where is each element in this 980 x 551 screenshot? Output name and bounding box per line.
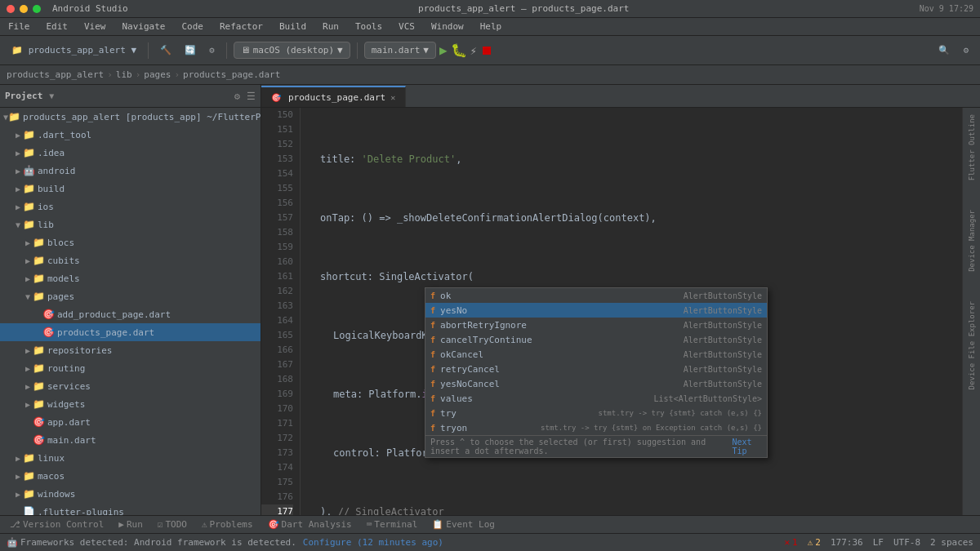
debug-button[interactable]: 🐛 (451, 42, 467, 58)
device-file-explorer-panel[interactable]: Device File Explorer (968, 301, 976, 389)
status-bar: 🤖 Frameworks detected: Android framework… (0, 533, 980, 551)
sidebar-item-root[interactable]: ▼ 📁 products_app_alert [products_app] ~/… (0, 108, 261, 126)
dart-icon: 🎯 (42, 327, 55, 338)
breadcrumb-lib[interactable]: lib (116, 69, 132, 80)
menu-file[interactable]: File (5, 20, 33, 33)
run-config-selector[interactable]: main.dart ▼ (364, 42, 436, 59)
menu-vcs[interactable]: VCS (395, 20, 418, 33)
tree-arrow: ▶ (13, 202, 23, 211)
sidebar-item-routing[interactable]: ▶ 📁 routing (0, 359, 261, 377)
tab-problems[interactable]: ⚠ Problems (195, 518, 260, 531)
device-manager-panel[interactable]: Device Manager (968, 210, 976, 272)
status-lf[interactable]: LF (873, 537, 884, 548)
sidebar-item-android[interactable]: ▶ 🤖 android (0, 162, 261, 180)
autocomplete-item-try[interactable]: f try stmt.try -> try {stmt} catch (e,s)… (425, 406, 767, 420)
ac-item-label: cancelTryContinue (440, 335, 532, 345)
code-editor[interactable]: 150 151 152 153 154 155 156 157 158 159 … (261, 108, 980, 515)
ac-item-label: okCancel (440, 349, 483, 360)
sidebar-item-ios[interactable]: ▶ 📁 ios (0, 198, 261, 216)
editor-tab-products-page[interactable]: 🎯 products_page.dart ✕ (261, 86, 406, 107)
sidebar-item-flutter-plugins[interactable]: 📄 .flutter-plugins (0, 503, 261, 515)
autocomplete-item-retry[interactable]: f retryCancel AlertButtonStyle (425, 362, 767, 376)
breadcrumb-file[interactable]: products_page.dart (183, 69, 280, 80)
toolbar-settings-btn[interactable]: ⚙ (204, 42, 220, 59)
autocomplete-popup[interactable]: f ok AlertButtonStyle f yesNo AlertButto… (425, 287, 768, 458)
status-encoding[interactable]: UTF-8 (893, 537, 920, 548)
toolbar-build-btn[interactable]: 🔨 (155, 42, 176, 59)
status-warnings[interactable]: ⚠ 2 (808, 537, 821, 548)
minimize-button[interactable] (20, 5, 28, 13)
menu-window[interactable]: Window (428, 20, 467, 33)
status-configure[interactable]: Configure (12 minutes ago) (303, 537, 443, 548)
menu-tools[interactable]: Tools (352, 20, 385, 33)
autocomplete-item-values[interactable]: f values List<AlertButtonStyle> (425, 391, 767, 406)
tab-version-control[interactable]: ⎇ Version Control (3, 518, 110, 531)
sidebar-item-dart-tool[interactable]: ▶ 📁 .dart_tool (0, 126, 261, 144)
menu-refactor[interactable]: Refactor (216, 20, 266, 33)
sidebar-item-services[interactable]: ▶ 📁 services (0, 377, 261, 395)
sidebar-item-windows[interactable]: ▶ 📁 windows (0, 485, 261, 503)
autocomplete-item-yesnocancel[interactable]: f yesNoCancel AlertButtonStyle (425, 376, 767, 391)
coverage-button[interactable]: ⚡ (470, 44, 477, 57)
autocomplete-item-ok[interactable]: f ok AlertButtonStyle (425, 288, 767, 303)
sidebar-item-build[interactable]: ▶ 📁 build (0, 180, 261, 198)
menu-build[interactable]: Build (276, 20, 310, 33)
folder-icon: 📁 (33, 291, 45, 302)
sidebar-item-idea[interactable]: ▶ 📁 .idea (0, 144, 261, 162)
run-button[interactable]: ▶ (439, 42, 448, 58)
tab-run[interactable]: ▶ Run (112, 518, 149, 531)
search-everywhere-btn[interactable]: 🔍 (933, 42, 955, 59)
tab-todo[interactable]: ☑ TODO (151, 518, 194, 531)
status-position[interactable]: 177:36 (831, 537, 863, 548)
flutter-outline-panel[interactable]: Flutter Outline (968, 114, 976, 180)
sidebar-item-products-page[interactable]: 🎯 products_page.dart (0, 323, 261, 341)
sidebar-item-label: .idea (38, 148, 65, 158)
close-button[interactable] (7, 5, 15, 13)
sidebar-item-models[interactable]: ▶ 📁 models (0, 269, 261, 287)
tab-terminal[interactable]: ⌨ Terminal (360, 518, 425, 531)
autocomplete-item-okcancel[interactable]: f okCancel AlertButtonStyle (425, 347, 767, 362)
autocomplete-item-yesno[interactable]: f yesNo AlertButtonStyle (425, 303, 767, 318)
tab-close-icon[interactable]: ✕ (390, 93, 395, 102)
sidebar-item-macos[interactable]: ▶ 📁 macos (0, 467, 261, 485)
device-selector[interactable]: 🖥 macOS (desktop) ▼ (234, 42, 350, 59)
sidebar-options-icon[interactable]: ☰ (247, 91, 256, 102)
status-errors[interactable]: ✕ 1 (784, 537, 797, 548)
autocomplete-item-cancel-try[interactable]: f cancelTryContinue AlertButtonStyle (425, 332, 767, 347)
autocomplete-item-tryon[interactable]: f tryon stmt.try -> try {stmt} on Except… (425, 420, 767, 435)
tree-arrow: ▶ (13, 472, 23, 481)
stop-button[interactable]: ⏹ (480, 42, 493, 58)
sidebar-item-lib[interactable]: ▼ 📁 lib (0, 216, 261, 233)
project-selector[interactable]: 📁 products_app_alert ▼ (7, 42, 141, 59)
sidebar-item-pages[interactable]: ▼ 📁 pages (0, 287, 261, 305)
autocomplete-item-abort[interactable]: f abortRetryIgnore AlertButtonStyle (425, 318, 767, 332)
menu-code[interactable]: Code (178, 20, 207, 33)
sidebar-item-add-product[interactable]: 🎯 add_product_page.dart (0, 305, 261, 323)
breadcrumb-project[interactable]: products_app_alert (7, 69, 104, 80)
settings-btn[interactable]: ⚙ (958, 42, 973, 59)
sidebar-item-blocs[interactable]: ▶ 📁 blocs (0, 233, 261, 251)
menu-navigate[interactable]: Navigate (119, 20, 169, 33)
sidebar-dropdown-icon[interactable]: ▼ (49, 91, 54, 100)
sidebar-gear-icon[interactable]: ⚙ (234, 91, 240, 102)
tree-arrow: ▶ (23, 274, 33, 283)
menu-run[interactable]: Run (319, 20, 342, 33)
tab-dart-analysis[interactable]: 🎯 Dart Analysis (261, 518, 359, 531)
menu-help[interactable]: Help (477, 20, 506, 33)
code-line: shortcut: SingleActivator( (307, 269, 980, 284)
sidebar-item-cubits[interactable]: ▶ 📁 cubits (0, 251, 261, 269)
hint-tip[interactable]: Next Tip (733, 438, 763, 455)
menu-view[interactable]: View (81, 20, 109, 33)
status-framework-msg[interactable]: 🤖 Frameworks detected: Android framework… (7, 537, 296, 548)
maximize-button[interactable] (33, 5, 41, 13)
sidebar-item-main-dart[interactable]: 🎯 main.dart (0, 431, 261, 449)
sidebar-item-repositories[interactable]: ▶ 📁 repositories (0, 341, 261, 359)
breadcrumb-pages[interactable]: pages (144, 69, 171, 80)
menu-edit[interactable]: Edit (43, 20, 72, 33)
sidebar-item-widgets[interactable]: ▶ 📁 widgets (0, 395, 261, 413)
sidebar-item-linux[interactable]: ▶ 📁 linux (0, 449, 261, 467)
sidebar-item-app-dart[interactable]: 🎯 app.dart (0, 413, 261, 431)
tab-event-log[interactable]: 📋 Event Log (425, 518, 501, 531)
toolbar-sync-btn[interactable]: 🔄 (180, 42, 201, 59)
status-indent[interactable]: 2 spaces (930, 537, 973, 548)
